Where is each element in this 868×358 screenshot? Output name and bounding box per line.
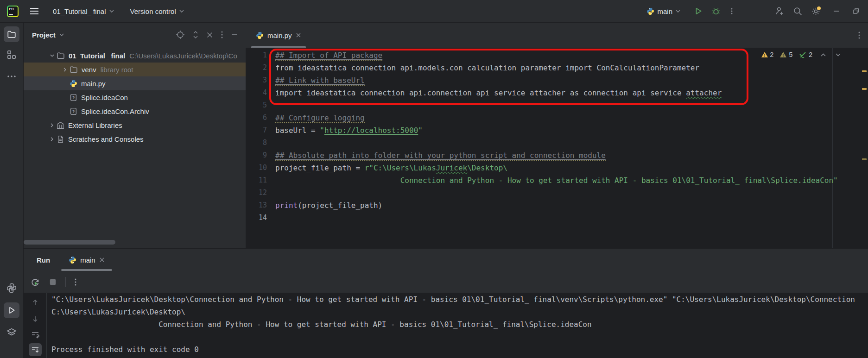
error-stripe-mark[interactable]	[862, 88, 867, 90]
down-stacktrace-icon[interactable]	[29, 313, 42, 326]
tree-item-extra: library root	[101, 66, 133, 74]
code-line[interactable]: 4import ideastatica_connection_api.conne…	[246, 87, 868, 99]
editor-options-icon[interactable]	[858, 31, 861, 39]
services-tool-window-button[interactable]	[4, 325, 19, 340]
code-text: baseUrl = "http://localhost:5000"	[275, 124, 423, 137]
horizontal-scrollbar[interactable]	[24, 240, 115, 245]
vcs-label: Version control	[130, 7, 176, 15]
tree-item[interactable]: ?Splice.ideaCon.Archiv	[24, 104, 246, 118]
chevron-down-icon	[179, 9, 184, 13]
close-tab-icon[interactable]	[99, 257, 105, 263]
console-line: C:\Users\LukasJuricek\Desktop\	[51, 306, 185, 318]
tab-main-py[interactable]: main.py	[249, 23, 308, 48]
code-line[interactable]: 7baseUrl = "http://localhost:5000"	[246, 124, 868, 137]
code-line[interactable]: 13print(project_file_path)	[246, 199, 868, 212]
run-tab-main[interactable]: main	[66, 249, 108, 271]
console-more-options-icon[interactable]	[74, 278, 77, 286]
run-button[interactable]	[694, 6, 703, 16]
close-tab-icon[interactable]	[296, 32, 301, 38]
line-number: 1	[246, 49, 267, 62]
tree-item[interactable]: Scratches and Consoles	[24, 132, 246, 146]
weak-warning-count[interactable]: 5	[779, 51, 792, 58]
code-line[interactable]: 11 Connection and Python - How to get st…	[246, 174, 868, 187]
tree-item[interactable]: External Libraries	[24, 118, 246, 132]
hide-panel-icon[interactable]	[231, 31, 238, 38]
code-line[interactable]: 12	[246, 187, 868, 199]
python-icon	[256, 31, 264, 39]
search-everywhere-icon[interactable]	[793, 6, 803, 16]
next-problem-icon[interactable]	[835, 53, 841, 57]
hamburger-menu-icon	[30, 7, 39, 15]
prev-problem-icon[interactable]	[820, 53, 826, 57]
main-menu-button[interactable]	[26, 4, 43, 19]
settings-gear-icon[interactable]	[811, 6, 821, 16]
tree-item[interactable]: venvlibrary root	[24, 63, 246, 76]
run-console[interactable]: "C:\Users\LukasJuricek\Desktop\Connectio…	[24, 293, 868, 358]
vcs-widget[interactable]: Version control	[127, 4, 188, 19]
line-number: 14	[246, 212, 267, 224]
code-line[interactable]: 6## Configure logging	[246, 112, 868, 124]
code-line[interactable]: 2from ideastatica_connection_api.models.…	[246, 62, 868, 74]
code-line[interactable]: 9## Absolute path into folder with your …	[246, 149, 868, 162]
soft-wrap-icon[interactable]	[29, 328, 42, 341]
left-tool-stripe	[0, 23, 24, 358]
structure-tool-window-button[interactable]	[4, 47, 19, 63]
panel-options-icon[interactable]	[221, 31, 223, 39]
code-line[interactable]: 14	[246, 212, 868, 224]
warning-count-label: 2	[770, 51, 774, 58]
restore-window-button[interactable]	[852, 7, 860, 15]
tree-item-label: Splice.ideaCon.Archiv	[81, 107, 149, 115]
chevron-right-icon[interactable]	[47, 123, 57, 128]
python-packages-button[interactable]	[4, 280, 19, 296]
code-line[interactable]: 8	[246, 137, 868, 149]
tree-item[interactable]: main.py	[24, 76, 246, 90]
toolbar-divider	[65, 277, 66, 287]
inspections-widget[interactable]: 2 5 2	[761, 51, 841, 58]
line-number: 6	[246, 112, 267, 124]
line-number: 8	[246, 137, 267, 149]
stop-button[interactable]	[49, 278, 57, 286]
project-tree: 01_Tutorial_ finalC:\Users\LukasJuricek\…	[24, 49, 246, 146]
console-line: "C:\Users\LukasJuricek\Desktop\Connectio…	[51, 293, 855, 306]
code-line[interactable]: 10project_file_path = r"C:\Users\LukasJu…	[246, 162, 868, 174]
project-panel-title-button[interactable]: Project	[32, 31, 64, 39]
locate-file-icon[interactable]	[176, 30, 185, 39]
tree-item[interactable]: 01_Tutorial_ finalC:\Users\LukasJuricek\…	[24, 49, 246, 63]
chevron-right-icon[interactable]	[60, 67, 70, 72]
warning-count[interactable]: 2	[761, 51, 774, 58]
more-tool-windows-button[interactable]	[4, 71, 19, 82]
tree-item-label: main.py	[81, 80, 106, 88]
code-line[interactable]: 3## Link with baseUrl	[246, 74, 868, 87]
console-line: Connection and Python - How to get start…	[51, 318, 592, 331]
tree-item[interactable]: ?Splice.ideaCon	[24, 90, 246, 104]
ok-count-label: 2	[809, 51, 812, 58]
error-stripe-mark[interactable]	[862, 70, 867, 72]
project-switcher[interactable]: 01_Tutorial_ final	[49, 4, 118, 19]
up-stacktrace-icon[interactable]	[29, 296, 42, 309]
tree-item-label: Splice.ideaCon	[81, 94, 128, 101]
python-icon	[69, 256, 76, 264]
ok-count[interactable]: 2	[798, 51, 812, 58]
error-stripe-mark[interactable]	[862, 158, 867, 160]
more-actions-icon[interactable]	[728, 7, 735, 15]
expand-collapse-icon[interactable]	[192, 31, 199, 39]
chevron-right-icon[interactable]	[47, 137, 57, 142]
scroll-to-end-icon[interactable]	[29, 343, 42, 356]
code-line[interactable]: 5	[246, 99, 868, 112]
code-text: import ideastatica_connection_api.connec…	[275, 87, 722, 99]
line-number: 9	[246, 149, 267, 162]
collapse-all-icon[interactable]	[206, 31, 213, 38]
code-with-me-icon[interactable]	[774, 6, 785, 16]
minimize-button[interactable]	[833, 7, 840, 15]
debug-button[interactable]	[711, 6, 721, 16]
line-number: 4	[246, 87, 267, 99]
svg-text:?: ?	[72, 109, 75, 114]
python-icon	[646, 7, 654, 15]
code-editor[interactable]: 1## Import of API package2from ideastati…	[246, 48, 868, 248]
run-tool-window-button[interactable]	[4, 302, 19, 318]
chevron-down-icon[interactable]	[47, 54, 57, 57]
run-configuration-selector[interactable]: main	[643, 4, 684, 19]
rerun-button[interactable]	[30, 277, 40, 287]
weak-warning-count-label: 5	[789, 51, 792, 58]
project-tool-window-button[interactable]	[4, 26, 19, 42]
